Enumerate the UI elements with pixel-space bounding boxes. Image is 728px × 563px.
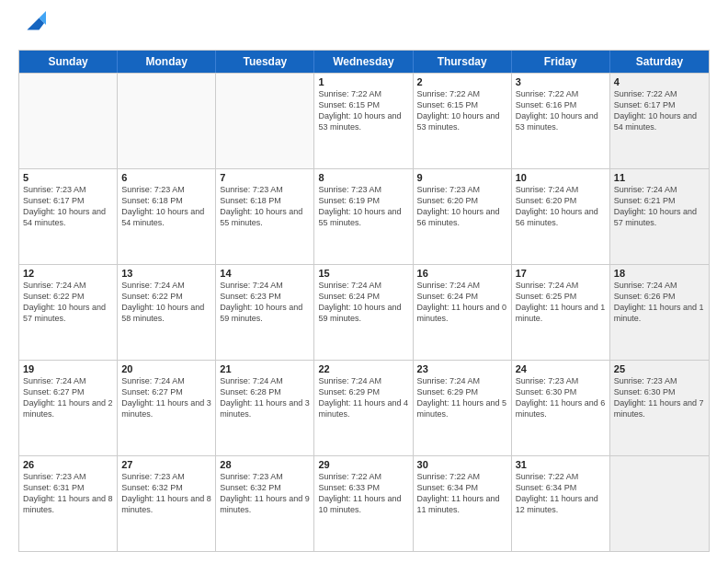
calendar-cell: 21Sunrise: 7:24 AMSunset: 6:28 PMDayligh…	[216, 361, 314, 455]
calendar-cell: 8Sunrise: 7:23 AMSunset: 6:19 PMDaylight…	[314, 169, 413, 264]
calendar-cell: 3Sunrise: 7:22 AMSunset: 6:16 PMDaylight…	[512, 74, 610, 168]
day-number: 6	[121, 172, 211, 183]
day-number: 31	[516, 459, 606, 470]
calendar-cell: 27Sunrise: 7:23 AMSunset: 6:32 PMDayligh…	[118, 456, 216, 551]
day-number: 4	[614, 76, 705, 87]
day-number: 1	[318, 76, 408, 87]
calendar-cell: 22Sunrise: 7:24 AMSunset: 6:29 PMDayligh…	[314, 361, 413, 455]
day-number: 29	[318, 459, 408, 470]
day-number: 22	[318, 363, 408, 374]
day-info: Sunrise: 7:23 AMSunset: 6:30 PMDaylight:…	[516, 375, 606, 420]
day-number: 3	[516, 76, 606, 87]
day-number: 12	[23, 268, 113, 279]
calendar-cell: 26Sunrise: 7:23 AMSunset: 6:31 PMDayligh…	[19, 456, 118, 551]
day-info: Sunrise: 7:23 AMSunset: 6:17 PMDaylight:…	[23, 184, 113, 229]
weekday-header-saturday: Saturday	[610, 51, 709, 73]
calendar-row-1: 5Sunrise: 7:23 AMSunset: 6:17 PMDaylight…	[19, 168, 709, 264]
calendar-cell: 28Sunrise: 7:23 AMSunset: 6:32 PMDayligh…	[216, 456, 314, 551]
logo	[18, 15, 46, 40]
calendar-row-4: 26Sunrise: 7:23 AMSunset: 6:31 PMDayligh…	[19, 455, 709, 551]
day-number: 25	[614, 363, 705, 374]
day-info: Sunrise: 7:24 AMSunset: 6:28 PMDaylight:…	[220, 375, 310, 420]
day-number: 19	[23, 363, 113, 374]
calendar-cell: 9Sunrise: 7:23 AMSunset: 6:20 PMDaylight…	[414, 169, 512, 264]
calendar-cell: 7Sunrise: 7:23 AMSunset: 6:18 PMDaylight…	[216, 169, 314, 264]
logo-icon	[20, 11, 46, 37]
calendar-header: SundayMondayTuesdayWednesdayThursdayFrid…	[19, 51, 709, 73]
day-info: Sunrise: 7:23 AMSunset: 6:18 PMDaylight:…	[220, 184, 310, 229]
day-number: 27	[121, 459, 211, 470]
day-info: Sunrise: 7:22 AMSunset: 6:15 PMDaylight:…	[318, 88, 408, 133]
day-info: Sunrise: 7:24 AMSunset: 6:22 PMDaylight:…	[121, 280, 211, 325]
day-info: Sunrise: 7:22 AMSunset: 6:33 PMDaylight:…	[318, 471, 408, 516]
day-info: Sunrise: 7:22 AMSunset: 6:15 PMDaylight:…	[417, 88, 507, 133]
calendar-cell: 5Sunrise: 7:23 AMSunset: 6:17 PMDaylight…	[19, 169, 118, 264]
calendar-cell: 11Sunrise: 7:24 AMSunset: 6:21 PMDayligh…	[610, 169, 709, 264]
day-number: 10	[516, 172, 606, 183]
day-info: Sunrise: 7:23 AMSunset: 6:18 PMDaylight:…	[121, 184, 211, 229]
day-info: Sunrise: 7:24 AMSunset: 6:20 PMDaylight:…	[516, 184, 606, 229]
calendar: SundayMondayTuesdayWednesdayThursdayFrid…	[18, 50, 710, 552]
calendar-cell: 25Sunrise: 7:23 AMSunset: 6:30 PMDayligh…	[610, 361, 709, 455]
weekday-header-wednesday: Wednesday	[314, 51, 413, 73]
weekday-header-tuesday: Tuesday	[216, 51, 314, 73]
calendar-cell: 24Sunrise: 7:23 AMSunset: 6:30 PMDayligh…	[512, 361, 610, 455]
calendar-cell	[610, 456, 709, 551]
day-number: 21	[220, 363, 310, 374]
calendar-cell: 31Sunrise: 7:22 AMSunset: 6:34 PMDayligh…	[512, 456, 610, 551]
day-info: Sunrise: 7:23 AMSunset: 6:31 PMDaylight:…	[23, 471, 113, 516]
day-info: Sunrise: 7:23 AMSunset: 6:30 PMDaylight:…	[614, 375, 705, 420]
day-number: 11	[614, 172, 705, 183]
calendar-row-2: 12Sunrise: 7:24 AMSunset: 6:22 PMDayligh…	[19, 264, 709, 360]
day-info: Sunrise: 7:22 AMSunset: 6:34 PMDaylight:…	[516, 471, 606, 516]
day-number: 24	[516, 363, 606, 374]
calendar-cell: 30Sunrise: 7:22 AMSunset: 6:34 PMDayligh…	[414, 456, 512, 551]
weekday-header-friday: Friday	[512, 51, 610, 73]
day-number: 18	[614, 268, 705, 279]
day-info: Sunrise: 7:23 AMSunset: 6:20 PMDaylight:…	[417, 184, 507, 229]
calendar-cell: 12Sunrise: 7:24 AMSunset: 6:22 PMDayligh…	[19, 265, 118, 360]
day-number: 15	[318, 268, 408, 279]
calendar-cell: 29Sunrise: 7:22 AMSunset: 6:33 PMDayligh…	[314, 456, 413, 551]
day-number: 16	[417, 268, 507, 279]
weekday-header-monday: Monday	[118, 51, 216, 73]
day-number: 7	[220, 172, 310, 183]
day-info: Sunrise: 7:24 AMSunset: 6:27 PMDaylight:…	[23, 375, 113, 420]
day-info: Sunrise: 7:24 AMSunset: 6:27 PMDaylight:…	[121, 375, 211, 420]
calendar-cell: 17Sunrise: 7:24 AMSunset: 6:25 PMDayligh…	[512, 265, 610, 360]
calendar-cell: 19Sunrise: 7:24 AMSunset: 6:27 PMDayligh…	[19, 361, 118, 455]
day-number: 28	[220, 459, 310, 470]
day-number: 20	[121, 363, 211, 374]
calendar-cell: 4Sunrise: 7:22 AMSunset: 6:17 PMDaylight…	[610, 74, 709, 168]
day-number: 23	[417, 363, 507, 374]
calendar-cell: 6Sunrise: 7:23 AMSunset: 6:18 PMDaylight…	[118, 169, 216, 264]
calendar-row-0: 1Sunrise: 7:22 AMSunset: 6:15 PMDaylight…	[19, 73, 709, 168]
calendar-body: 1Sunrise: 7:22 AMSunset: 6:15 PMDaylight…	[19, 73, 709, 551]
calendar-cell: 20Sunrise: 7:24 AMSunset: 6:27 PMDayligh…	[118, 361, 216, 455]
day-number: 30	[417, 459, 507, 470]
calendar-row-3: 19Sunrise: 7:24 AMSunset: 6:27 PMDayligh…	[19, 360, 709, 455]
calendar-cell: 23Sunrise: 7:24 AMSunset: 6:29 PMDayligh…	[414, 361, 512, 455]
day-number: 5	[23, 172, 113, 183]
day-info: Sunrise: 7:22 AMSunset: 6:34 PMDaylight:…	[417, 471, 507, 516]
day-info: Sunrise: 7:24 AMSunset: 6:25 PMDaylight:…	[516, 280, 606, 325]
day-info: Sunrise: 7:24 AMSunset: 6:24 PMDaylight:…	[318, 280, 408, 325]
calendar-cell	[19, 74, 118, 168]
calendar-cell: 13Sunrise: 7:24 AMSunset: 6:22 PMDayligh…	[118, 265, 216, 360]
calendar-cell: 14Sunrise: 7:24 AMSunset: 6:23 PMDayligh…	[216, 265, 314, 360]
day-number: 13	[121, 268, 211, 279]
day-info: Sunrise: 7:24 AMSunset: 6:21 PMDaylight:…	[614, 184, 705, 229]
calendar-cell: 15Sunrise: 7:24 AMSunset: 6:24 PMDayligh…	[314, 265, 413, 360]
calendar-cell: 16Sunrise: 7:24 AMSunset: 6:24 PMDayligh…	[414, 265, 512, 360]
day-info: Sunrise: 7:24 AMSunset: 6:23 PMDaylight:…	[220, 280, 310, 325]
calendar-cell	[118, 74, 216, 168]
day-info: Sunrise: 7:24 AMSunset: 6:22 PMDaylight:…	[23, 280, 113, 325]
day-info: Sunrise: 7:22 AMSunset: 6:16 PMDaylight:…	[516, 88, 606, 133]
day-info: Sunrise: 7:23 AMSunset: 6:32 PMDaylight:…	[220, 471, 310, 516]
calendar-cell: 1Sunrise: 7:22 AMSunset: 6:15 PMDaylight…	[314, 74, 413, 168]
calendar-cell: 18Sunrise: 7:24 AMSunset: 6:26 PMDayligh…	[610, 265, 709, 360]
day-number: 26	[23, 459, 113, 470]
page: SundayMondayTuesdayWednesdayThursdayFrid…	[0, 0, 728, 563]
day-info: Sunrise: 7:24 AMSunset: 6:29 PMDaylight:…	[318, 375, 408, 420]
day-number: 9	[417, 172, 507, 183]
